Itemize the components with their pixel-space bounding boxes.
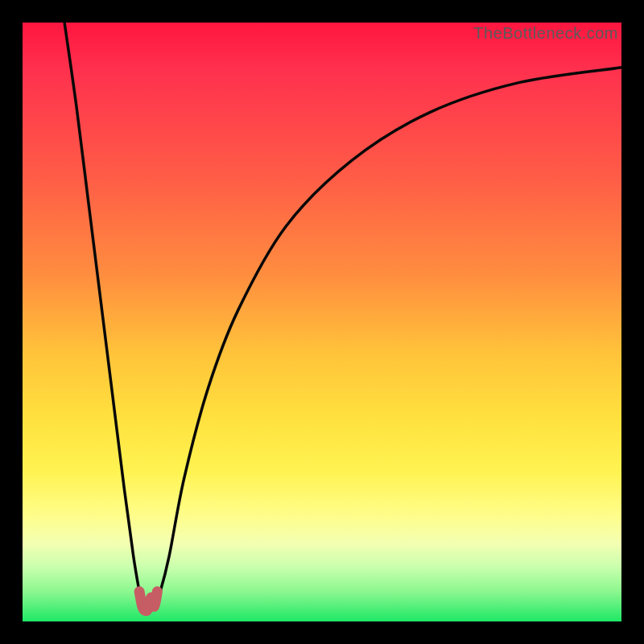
valley-cap-curve — [139, 592, 157, 611]
chart-frame: TheBottleneck.com — [0, 0, 644, 644]
plot-area: TheBottleneck.com — [23, 23, 621, 621]
curve-layer — [23, 23, 621, 621]
right-branch-curve — [155, 68, 621, 607]
left-branch-curve — [64, 23, 142, 606]
